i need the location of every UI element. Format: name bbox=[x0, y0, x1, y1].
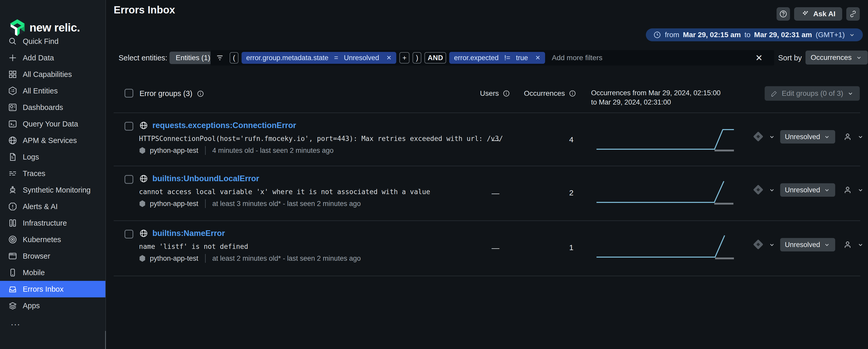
plus-token[interactable]: + bbox=[399, 52, 410, 64]
alert-octagon-icon bbox=[8, 202, 18, 211]
sidebar-item-label: Traces bbox=[23, 169, 45, 178]
error-group-link[interactable]: requests.exceptions:ConnectionError bbox=[152, 121, 296, 130]
assign-user-icon[interactable] bbox=[843, 132, 852, 141]
sidebar-item-apm-services[interactable]: APM & Services bbox=[0, 132, 105, 149]
clear-filters-button[interactable]: ✕ bbox=[754, 53, 764, 63]
sidebar-item-label: APM & Services bbox=[23, 136, 77, 145]
status-dropdown[interactable]: Unresolved bbox=[780, 130, 835, 143]
sidebar-item-alerts-ai[interactable]: Alerts & AI bbox=[0, 198, 105, 215]
table-row[interactable]: builtins:NameError name 'listf' is not d… bbox=[114, 221, 860, 276]
help-button[interactable] bbox=[777, 7, 790, 21]
select-all-checkbox[interactable] bbox=[125, 89, 133, 98]
chevron-down-icon[interactable] bbox=[857, 186, 864, 194]
sidebar-scrollbar-thumb[interactable] bbox=[105, 331, 106, 349]
table-row[interactable]: requests.exceptions:ConnectionError HTTP… bbox=[114, 113, 860, 166]
pencil-icon bbox=[770, 90, 778, 97]
sidebar-item-dashboards[interactable]: Dashboards bbox=[0, 99, 105, 116]
row-checkbox[interactable] bbox=[125, 175, 133, 184]
meta-divider bbox=[205, 146, 206, 155]
entity-name[interactable]: python-app-test bbox=[150, 147, 198, 154]
chevron-down-icon[interactable] bbox=[768, 241, 776, 248]
sidebar-item-apps[interactable]: Apps bbox=[0, 298, 105, 314]
entity-name[interactable]: python-app-test bbox=[150, 254, 198, 263]
filter-input[interactable]: ( error.group.metadata.state = Unresolve… bbox=[211, 50, 774, 66]
sidebar-item-all-capabilities[interactable]: All Capabilities bbox=[0, 66, 105, 82]
assign-user-icon[interactable] bbox=[843, 185, 852, 195]
occurrences-range-note: Occurrences from Mar 29, 2024, 02:15:00 … bbox=[591, 88, 725, 107]
chevron-down-icon bbox=[855, 54, 863, 61]
sidebar-item-errors-inbox[interactable]: Errors Inbox bbox=[0, 281, 105, 298]
occurrences-value: 2 bbox=[542, 188, 574, 197]
sidebar-item-all-entities[interactable]: All Entities bbox=[0, 82, 105, 99]
chip-remove-icon[interactable]: ✕ bbox=[386, 54, 392, 62]
row-checkbox[interactable] bbox=[125, 122, 133, 131]
error-group-link[interactable]: builtins:NameError bbox=[152, 229, 225, 238]
error-group-link[interactable]: builtins:UnboundLocalError bbox=[152, 174, 259, 183]
entities-button[interactable]: Entities (1) bbox=[169, 51, 216, 64]
jira-issue-icon[interactable] bbox=[753, 132, 764, 142]
sort-by-label: Sort by bbox=[778, 54, 802, 62]
status-value: Unresolved bbox=[785, 133, 820, 141]
sidebar-item-logs[interactable]: Logs bbox=[0, 149, 105, 165]
chevron-down-icon bbox=[847, 90, 854, 97]
sort-by-dropdown[interactable]: Occurrences bbox=[805, 50, 868, 65]
sidebar-item-synthetic-monitoring[interactable]: Synthetic Monitoring bbox=[0, 182, 105, 198]
and-token[interactable]: AND bbox=[425, 52, 446, 64]
table-row[interactable]: builtins:UnboundLocalError cannot access… bbox=[114, 166, 860, 221]
error-age: at least 2 minutes old* - last seen 2 mi… bbox=[212, 254, 361, 263]
sidebar-item-browser[interactable]: Browser bbox=[0, 248, 105, 264]
sidebar-item-traces[interactable]: Traces bbox=[0, 165, 105, 182]
add-more-filters-placeholder[interactable]: Add more filters bbox=[552, 54, 602, 62]
occurrences-value: 1 bbox=[542, 243, 574, 252]
plus-icon bbox=[8, 53, 18, 63]
info-icon[interactable] bbox=[568, 90, 576, 97]
edit-groups-button[interactable]: Edit groups (0 of 3) bbox=[765, 86, 860, 101]
paren-close-token[interactable]: ) bbox=[412, 52, 421, 64]
chevron-down-icon[interactable] bbox=[768, 133, 776, 140]
sidebar-item-kubernetes[interactable]: Kubernetes bbox=[0, 231, 105, 248]
assign-user-icon[interactable] bbox=[843, 240, 852, 249]
sidebar-item-mobile[interactable]: Mobile bbox=[0, 264, 105, 281]
ask-ai-button[interactable]: Ask AI bbox=[794, 7, 842, 21]
time-range-picker[interactable]: from Mar 29, 02:15 am to Mar 29, 02:31 a… bbox=[646, 28, 863, 41]
globe-icon bbox=[139, 121, 148, 130]
jira-issue-icon[interactable] bbox=[753, 240, 764, 250]
sidebar-item-add-data[interactable]: Add Data bbox=[0, 49, 105, 66]
status-dropdown[interactable]: Unresolved bbox=[780, 183, 835, 197]
sidebar-item-label: Logs bbox=[23, 153, 39, 161]
time-from-label: from bbox=[665, 31, 679, 39]
jira-issue-icon[interactable] bbox=[753, 185, 764, 195]
filter-chip-state[interactable]: error.group.metadata.state = Unresolved … bbox=[242, 52, 396, 64]
sidebar-overflow-button[interactable]: ... bbox=[0, 314, 105, 330]
sidebar-item-label: Browser bbox=[23, 252, 50, 260]
sidebar-item-label: Query Your Data bbox=[23, 120, 78, 128]
sidebar-item-infrastructure[interactable]: Infrastructure bbox=[0, 215, 105, 231]
info-icon[interactable] bbox=[502, 90, 510, 97]
permalink-button[interactable] bbox=[846, 7, 860, 21]
status-dropdown[interactable]: Unresolved bbox=[780, 238, 835, 251]
sidebar-nav: Quick Find Add Data All Capabilities All… bbox=[0, 33, 105, 330]
status-value: Unresolved bbox=[785, 241, 820, 249]
chevron-down-icon[interactable] bbox=[857, 133, 864, 140]
filter-funnel-icon bbox=[215, 53, 224, 63]
filter-chip-expected[interactable]: error.expected != true ✕ bbox=[449, 52, 545, 64]
layers-icon bbox=[8, 301, 18, 311]
paren-open-token[interactable]: ( bbox=[230, 52, 239, 64]
row-checkbox[interactable] bbox=[125, 230, 133, 239]
sidebar-item-quick-find[interactable]: Quick Find bbox=[0, 33, 105, 49]
users-column-header[interactable]: Users bbox=[480, 89, 499, 98]
sidebar-item-query-your-data[interactable]: Query Your Data bbox=[0, 116, 105, 132]
info-icon[interactable] bbox=[196, 90, 204, 98]
chip-remove-icon[interactable]: ✕ bbox=[535, 54, 540, 62]
error-message: HTTPSConnectionPool(host='rufn.fmoceky.i… bbox=[139, 135, 503, 142]
time-start: Mar 29, 02:15 am bbox=[683, 31, 741, 39]
chevron-down-icon[interactable] bbox=[768, 186, 776, 194]
chip-value: Unresolved bbox=[344, 54, 379, 62]
sidebar: new relic. Quick Find Add Data All Capab… bbox=[0, 0, 106, 349]
error-age: at least 3 minutes old* - last seen 2 mi… bbox=[212, 200, 361, 208]
status-value: Unresolved bbox=[785, 186, 820, 194]
robot-icon bbox=[8, 185, 18, 195]
chevron-down-icon[interactable] bbox=[857, 241, 864, 248]
entity-name[interactable]: python-app-test bbox=[150, 200, 198, 208]
occurrences-column-header[interactable]: Occurrences bbox=[524, 89, 565, 98]
